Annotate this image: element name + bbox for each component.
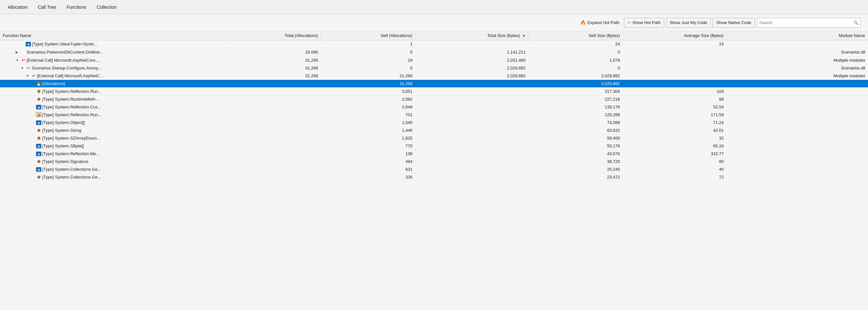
cell-module — [726, 142, 868, 150]
cell-self-alloc: 3,051 — [321, 88, 415, 96]
cell-module: Multiple modules — [726, 57, 868, 64]
table-row[interactable]: ⊕[Type] System.RuntimeMeth...2,582227,21… — [0, 96, 868, 103]
col-header-total-size[interactable]: Total Size (Bytes) ▼ — [415, 31, 528, 40]
table-container: Function Name Total (Allocations) Self (… — [0, 31, 868, 310]
cell-module — [726, 173, 868, 181]
table-row[interactable]: ⊞[Type] System.Reflection.Cus...2,649139… — [0, 103, 868, 111]
row-function-name: [Type] System.String — [42, 128, 81, 133]
cell-avg-size: 71.24 — [623, 119, 726, 127]
cell-total-size — [415, 119, 528, 127]
cell-function-name: ⊞[Type] System.Reflection.Me... — [0, 150, 226, 158]
cell-function-name: ⊞[Type] System.SByte[] — [0, 142, 226, 150]
cell-avg-size: 315.77 — [623, 150, 726, 158]
search-input[interactable] — [759, 20, 854, 25]
cell-avg-size — [623, 72, 726, 80]
table-row[interactable]: ▼🔥[Allocations]31,2662,029,882 — [0, 80, 868, 88]
cell-function-name: ▼↩[External Call] Microsoft.AspNetC... — [0, 72, 226, 80]
table-row[interactable]: ⊕[Type] System.SZArrayEnum...1,82558,400… — [0, 134, 868, 142]
expand-arrow-icon[interactable]: ▶ — [16, 50, 20, 54]
row-function-name: [Type] System.SZArrayEnum... — [42, 136, 100, 141]
col-header-total-alloc[interactable]: Total (Allocations) — [226, 31, 321, 40]
cell-total-size — [415, 134, 528, 142]
table-row[interactable]: ⊕[Type] System.Signature48438,72080 — [0, 158, 868, 166]
cell-self-alloc: 326 — [321, 173, 415, 181]
expand-arrow-icon[interactable]: ▼ — [16, 59, 20, 62]
cell-self-alloc: 484 — [321, 158, 415, 166]
cell-module — [726, 127, 868, 134]
cell-self-alloc: 1,040 — [321, 119, 415, 127]
tab-collection[interactable]: Collection — [91, 0, 122, 14]
table-header: Function Name Total (Allocations) Self (… — [0, 31, 868, 40]
row-type-icon: ↩ — [26, 66, 31, 70]
table-row[interactable]: ▼↩[External Call] Microsoft.AspNetC...31… — [0, 72, 868, 80]
cell-module — [726, 88, 868, 96]
cell-function-name: ⊞[Type] System.Reflection.Cus... — [0, 103, 226, 111]
tab-allocation[interactable]: Allocation — [3, 0, 33, 14]
table-row[interactable]: ⊞[Type] System.Reflection.Me...13843,576… — [0, 150, 868, 158]
cell-self-alloc: 0 — [321, 64, 415, 72]
tab-call-tree[interactable]: Call Tree — [33, 0, 61, 14]
flame-icon: 🔥 — [580, 20, 586, 26]
expand-arrow-icon[interactable]: ▼ — [31, 82, 35, 85]
row-type-icon — [21, 49, 26, 55]
cell-total-alloc — [226, 158, 321, 166]
cell-self-alloc: 31,266 — [321, 72, 415, 80]
show-hot-path-button[interactable]: ↩ Show Hot Path — [624, 18, 664, 28]
cell-total-size: 1,141,211 — [415, 48, 528, 57]
cell-self-size: 120,288 — [528, 111, 622, 119]
table-row[interactable]: ▶Scenarios.PokemonDbContext.OnMod...18,0… — [0, 48, 868, 57]
table-row[interactable]: ⊕[Type] System.Collections.Ge...32623,47… — [0, 173, 868, 181]
col-header-avg-size[interactable]: Average Size (Bytes) — [623, 31, 726, 40]
toolbar: 🔥 Expand Hot Path ↩ Show Hot Path Show J… — [0, 14, 868, 31]
cell-module — [726, 111, 868, 119]
search-box[interactable]: 🔍 — [757, 18, 861, 28]
table-row[interactable]: ⊞[Type] System.ValueTuple<Syste...12424 — [0, 40, 868, 48]
show-native-code-button[interactable]: Show Native Code — [713, 18, 755, 28]
cell-self-alloc: 0 — [321, 48, 415, 57]
tab-functions[interactable]: Functions — [61, 0, 92, 14]
col-header-self-alloc[interactable]: Self (Allocations) — [321, 31, 415, 40]
show-just-my-code-button[interactable]: Show Just My Code — [666, 18, 711, 28]
row-type-icon: ⊞ — [36, 120, 41, 125]
row-type-icon: ⊕ — [36, 89, 41, 94]
cell-avg-size: 104 — [623, 88, 726, 96]
cell-self-alloc: 701 — [321, 111, 415, 119]
cell-self-size: 74,088 — [528, 119, 622, 127]
cell-avg-size: 52.54 — [623, 103, 726, 111]
cell-total-size — [415, 88, 528, 96]
cell-self-size: 0 — [528, 48, 622, 57]
cell-self-alloc: 770 — [321, 142, 415, 150]
row-type-icon: ⊞ — [36, 112, 41, 117]
cell-function-name: ⊕[Type] System.Collections.Ge... — [0, 173, 226, 181]
row-function-name: [Type] System.SByte[] — [42, 143, 84, 148]
expand-arrow-icon[interactable]: ▼ — [21, 66, 25, 70]
table-row[interactable]: ⊞[Type] System.Collections.Ge...63125,24… — [0, 166, 868, 173]
row-type-icon: ⊕ — [36, 136, 41, 141]
cell-module: Multiple modules — [726, 72, 868, 80]
table-row[interactable]: ⊞[Type] System.SByte[]77050,17665.16 — [0, 142, 868, 150]
table-row[interactable]: ⊞[Type] System.Reflection.Run...701120,2… — [0, 111, 868, 119]
cell-avg-size — [623, 64, 726, 72]
col-header-module[interactable]: Module Name — [726, 31, 868, 40]
col-header-self-size[interactable]: Self Size (Bytes) — [528, 31, 622, 40]
expand-hot-path-label: 🔥 Expand Hot Path — [580, 20, 619, 26]
col-header-function[interactable]: Function Name — [0, 31, 226, 40]
table-row[interactable]: ⊕[Type] System.Reflection.Run...3,051317… — [0, 88, 868, 96]
cell-avg-size: 24 — [623, 40, 726, 48]
nav-tabs: Allocation Call Tree Functions Collectio… — [0, 0, 868, 14]
table-row[interactable]: ⊕[Type] System.String1,44860,83242.01 — [0, 127, 868, 134]
table-row[interactable]: ▼↩Scenarios.Startup.Configure.Anony...31… — [0, 64, 868, 72]
row-function-name: [Type] System.Object[] — [42, 120, 85, 125]
row-function-name: [Type] System.Reflection.Run... — [42, 112, 101, 117]
cell-total-alloc — [226, 142, 321, 150]
cell-module: Scenarios.dll — [726, 64, 868, 72]
cell-total-size — [415, 127, 528, 134]
cell-total-alloc: 31,266 — [226, 72, 321, 80]
table-row[interactable]: ▼↩[External Call] Microsoft.AspNetCore..… — [0, 57, 868, 64]
table-row[interactable]: ⊞[Type] System.Object[]1,04074,08871.24 — [0, 119, 868, 127]
row-function-name: [Type] System.Collections.Ge... — [42, 175, 101, 179]
cell-self-size: 50,176 — [528, 142, 622, 150]
cell-self-alloc: 1,448 — [321, 127, 415, 134]
expand-arrow-icon[interactable]: ▼ — [26, 74, 30, 77]
cell-self-alloc: 631 — [321, 166, 415, 173]
